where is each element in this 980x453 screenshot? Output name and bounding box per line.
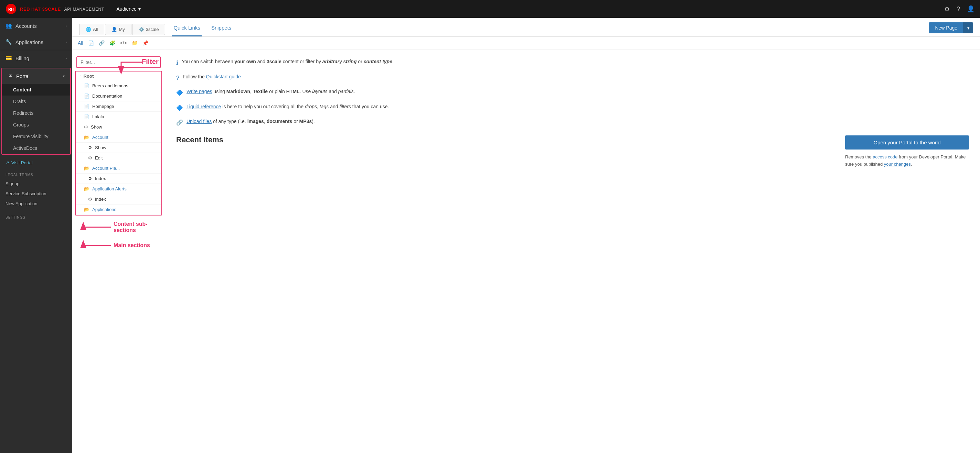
subsections-arrow-svg (76, 222, 111, 232)
layout: 👥 Accounts › 🔧 Applications › 💳 Billing (0, 18, 980, 453)
liquid-reference-link[interactable]: Liquid reference (186, 104, 221, 109)
applications-label: Applications (16, 39, 43, 45)
tree-root[interactable]: ▫ Root (76, 71, 161, 81)
new-page-button-group: New Page ▾ (929, 22, 973, 33)
tree-item-label-account: Account (92, 135, 108, 140)
settings-icon-index2: ⚙ (88, 196, 92, 202)
settings-icon-show: ⚙ (88, 145, 92, 150)
sidebar-subitem-redirects[interactable]: Redirects (2, 107, 70, 119)
globe-icon: 🌐 (86, 27, 91, 32)
sidebar-subitem-activedocs[interactable]: ActiveDocs (2, 142, 70, 154)
tree-item-label-app-alerts: Application Alerts (92, 186, 127, 192)
accounts-label: Accounts (16, 23, 37, 29)
recent-items-left: Recent Items (176, 135, 831, 147)
tree-item-account-plans[interactable]: 📂 Account Pla... (76, 163, 161, 174)
filter-input[interactable] (77, 57, 160, 67)
folder-icon-account: 📂 (84, 135, 89, 140)
collapse-icon: ▫ (80, 74, 81, 79)
folder-icon-plans: 📂 (84, 166, 89, 171)
access-code-link[interactable]: access code (873, 154, 897, 160)
top-nav: RH RED HAT 3SCALE API MANAGEMENT Audienc… (0, 0, 980, 18)
tree-subitem-label-show: Show (95, 145, 106, 150)
filter-tab-my[interactable]: 👤 My (105, 24, 131, 35)
info-text-5: Upload files of any type (i.e. images, d… (186, 117, 315, 125)
tree-item-documentation[interactable]: 📄 Documentation (76, 91, 161, 101)
tree-item-applications[interactable]: 📂 Applications (76, 204, 161, 215)
write-pages-link[interactable]: Write pages (186, 89, 212, 94)
puzzle-file-icon[interactable]: 🧩 (108, 40, 117, 46)
audience-dropdown[interactable]: Audience ▾ (113, 4, 145, 14)
tab-snippets[interactable]: Snippets (210, 22, 232, 36)
tree-item-homepage[interactable]: 📄 Homepage (76, 101, 161, 112)
info-icon-4: 🔷 (176, 103, 183, 112)
sidebar-subitem-feature-visibility[interactable]: Feature Visibility (2, 131, 70, 142)
legal-item-service-subscription[interactable]: Service Subscription (5, 189, 67, 199)
file-type-toolbar: All 📄 🔗 🧩 </> 📁 📌 (72, 37, 980, 49)
user-small-icon: 👤 (111, 27, 117, 32)
logo: RH RED HAT 3SCALE API MANAGEMENT (5, 3, 104, 14)
tree-item-lalala[interactable]: 📄 Lalala (76, 112, 161, 122)
code-file-icon[interactable]: </> (119, 40, 128, 46)
sidebar-subitem-groups[interactable]: Groups (2, 119, 70, 131)
user-icon[interactable]: 👤 (967, 5, 975, 13)
open-portal-button[interactable]: Open your Portal to the world (845, 135, 969, 149)
tree-subitem-alerts-index[interactable]: ⚙ Index (76, 194, 161, 204)
tree-item-label: Beers and lemons (92, 83, 128, 88)
portal-chevron-icon: ▾ (63, 74, 65, 78)
info-text-4: Liquid reference is here to help you out… (186, 103, 389, 110)
tree-subitem-account-edit[interactable]: ⚙ Edit (76, 153, 161, 163)
sidebar-item-portal[interactable]: 🖥 Portal ▾ (2, 68, 70, 84)
link-file-icon[interactable]: 🔗 (97, 40, 106, 46)
tree-item-show[interactable]: ⚙ Show (76, 122, 161, 132)
settings-icon-1: ⚙ (84, 124, 88, 130)
legal-item-signup[interactable]: Signup (5, 179, 67, 189)
sidebar-item-billing[interactable]: 💳 Billing › (0, 50, 72, 66)
filter-tab-3scale[interactable]: ⚙️ 3scale (132, 24, 165, 35)
sidebar-item-accounts[interactable]: 👥 Accounts › (0, 18, 72, 34)
brand-rest: API MANAGEMENT (64, 7, 104, 12)
nav-icons: ⚙ ? 👤 (944, 5, 975, 13)
tree-subitem-label-edit: Edit (95, 155, 103, 160)
sidebar-subitem-drafts[interactable]: Drafts (2, 95, 70, 107)
folder-file-icon[interactable]: 📁 (130, 40, 139, 46)
new-page-button[interactable]: New Page (929, 22, 964, 33)
legal-item-new-application[interactable]: New Application (5, 199, 67, 209)
settings-title: Settings (0, 212, 72, 221)
annotations-area: Content sub-sections Main secti (72, 221, 165, 250)
new-page-dropdown-button[interactable]: ▾ (964, 22, 973, 33)
visit-portal-link[interactable]: ↗ Visit Portal (0, 156, 72, 169)
main-sections-label: Main sections (113, 242, 150, 249)
gear-small-icon: ⚙️ (139, 27, 144, 32)
tree-subitem-plans-index[interactable]: ⚙ Index (76, 174, 161, 184)
tree-item-app-alerts[interactable]: 📂 Application Alerts (76, 184, 161, 194)
tab-quick-links[interactable]: Quick Links (172, 22, 202, 36)
tree-subitem-account-show[interactable]: ⚙ Show (76, 143, 161, 153)
main-sections-arrow-svg (76, 240, 111, 250)
content-subsections-annotation: Content sub-sections (76, 221, 161, 233)
help-icon[interactable]: ? (956, 5, 960, 13)
pin-file-icon[interactable]: 📌 (141, 40, 150, 46)
sidebar-item-applications[interactable]: 🔧 Applications › (0, 34, 72, 50)
sidebar-subitem-content[interactable]: Content (2, 84, 70, 95)
all-files-icon[interactable]: All (76, 40, 85, 46)
svg-text:RH: RH (8, 7, 14, 11)
your-changes-link[interactable]: your changes (884, 162, 911, 167)
filter-input-wrapper (76, 56, 161, 68)
page-file-icon[interactable]: 📄 (87, 40, 95, 46)
settings-icon-index1: ⚙ (88, 176, 92, 181)
billing-icon: 💳 (5, 55, 12, 61)
legal-title: Legal Terms (5, 173, 67, 177)
quickstart-link[interactable]: Quickstart guide (206, 74, 241, 79)
accounts-chevron-icon: › (66, 24, 67, 28)
upload-files-link[interactable]: Upload files (186, 119, 212, 124)
page-icon: 📄 (84, 83, 89, 88)
sidebar-section-portal: 🖥 Portal ▾ Content Drafts Redirects Grou… (2, 68, 71, 155)
legal-section: Legal Terms Signup Service Subscription … (0, 169, 72, 212)
tree-item-account[interactable]: 📂 Account (76, 132, 161, 143)
tree-item-beers-and-lemons[interactable]: 📄 Beers and lemons (76, 81, 161, 91)
tree-subitem-label-index2: Index (95, 196, 106, 202)
gear-icon[interactable]: ⚙ (944, 5, 950, 13)
info-icon-2: ? (176, 74, 179, 82)
recent-items-right: Open your Portal to the world Removes th… (845, 135, 969, 168)
filter-tab-all[interactable]: 🌐 All (79, 24, 104, 35)
